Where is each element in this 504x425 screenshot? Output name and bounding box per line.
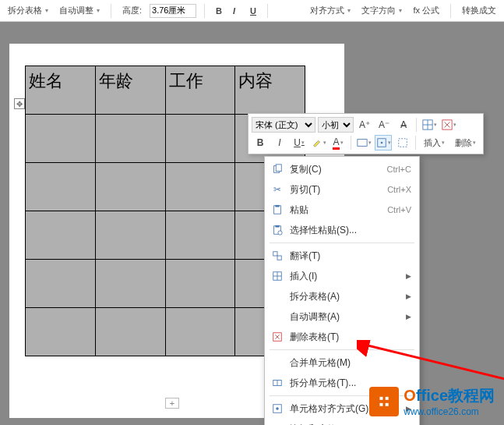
svg-point-28 — [276, 407, 279, 410]
ctx-separator — [270, 243, 414, 243]
table-header-cell[interactable]: 姓名 — [26, 66, 96, 115]
ribbon-toolbar: 拆分表格 自动调整 高度: B I U 对齐方式 文字方向 fx 公式 转换成文 — [0, 0, 504, 22]
align-cells-icon[interactable] — [375, 135, 392, 151]
table-row — [26, 260, 305, 308]
formula-ribbon[interactable]: fx 公式 — [410, 3, 442, 18]
translate-icon — [270, 250, 285, 261]
split-table-ribbon[interactable]: 拆分表格 — [5, 3, 51, 18]
table-move-handle[interactable]: ✥ — [14, 98, 25, 109]
shrink-font-button[interactable]: A⁻ — [375, 117, 393, 133]
insert-icon — [270, 271, 285, 282]
copy-icon — [270, 164, 285, 175]
svg-point-8 — [380, 142, 382, 144]
italic-button[interactable]: I — [230, 5, 242, 17]
insert-mini-button[interactable]: 插入 — [420, 135, 449, 151]
svg-rect-18 — [277, 256, 281, 260]
paste-special-icon — [270, 225, 285, 236]
svg-rect-6 — [357, 140, 366, 147]
document-canvas: ✥ 姓名 年龄 工作 内容 + — [0, 22, 504, 425]
ctx-merge-cells[interactable]: 合并单元格(M) — [265, 352, 419, 373]
paste-icon — [270, 204, 285, 215]
svg-rect-17 — [273, 252, 277, 256]
align-ribbon[interactable]: 对齐方式 — [307, 3, 354, 18]
borders-icon[interactable] — [394, 135, 411, 151]
mini-toolbar: 宋体 (正文) 小初 A⁺ A⁻ A̶ B I U A 插入 删除 — [248, 113, 484, 154]
logo-url: www.office26.com — [404, 406, 495, 417]
font-color-icon[interactable]: A — [330, 135, 347, 151]
site-logo: ■ ■ ■ ■ Office教程网 www.office26.com — [369, 385, 495, 417]
ctx-paste-special[interactable]: 选择性粘贴(S)... — [265, 220, 419, 240]
auto-adjust-ribbon[interactable]: 自动调整 — [56, 3, 103, 18]
italic-mini-button[interactable]: I — [271, 135, 288, 151]
bold-mini-button[interactable]: B — [252, 135, 269, 151]
chevron-right-icon: ▶ — [406, 292, 411, 300]
delete-mini-button[interactable]: 删除 — [451, 135, 480, 151]
table-header-cell[interactable]: 工作 — [165, 66, 235, 115]
font-size-select[interactable]: 小初 — [318, 117, 354, 133]
table-header-cell[interactable]: 内容 — [235, 66, 305, 115]
font-select[interactable]: 宋体 (正文) — [252, 117, 315, 133]
height-label: 高度: — [119, 3, 145, 18]
table-row: 姓名 年龄 工作 内容 — [26, 66, 305, 115]
table-row — [26, 163, 305, 211]
table-row — [26, 211, 305, 260]
delete-table-icon[interactable] — [440, 117, 457, 133]
table-header-cell[interactable]: 年龄 — [95, 66, 165, 115]
highlight-icon[interactable] — [310, 135, 327, 151]
svg-rect-9 — [399, 139, 407, 147]
ctx-delete-table[interactable]: 删除表格(T) — [265, 327, 419, 347]
ctx-separator — [270, 349, 414, 350]
logo-icon: ■ ■ ■ ■ — [369, 387, 399, 416]
chevron-right-icon: ▶ — [406, 272, 411, 280]
table-row — [26, 308, 305, 356]
ctx-insert[interactable]: 插入(I) ▶ — [265, 266, 419, 286]
cut-icon: ✂ — [270, 184, 285, 195]
convert-ribbon[interactable]: 转换成文 — [459, 3, 499, 18]
text-direction-ribbon[interactable]: 文字方向 — [358, 3, 405, 18]
chevron-right-icon: ▶ — [406, 313, 411, 321]
merge-cells-icon[interactable] — [355, 135, 372, 151]
height-input[interactable] — [150, 4, 196, 18]
svg-rect-15 — [275, 225, 279, 228]
ctx-cut[interactable]: ✂ 剪切(T) Ctrl+X — [265, 179, 419, 200]
add-row-button[interactable]: + — [165, 398, 179, 409]
delete-table-icon — [270, 331, 285, 342]
ctx-borders[interactable]: 边框和底纹(B)... — [265, 419, 419, 425]
ctx-paste[interactable]: 粘贴 Ctrl+V — [265, 200, 419, 220]
split-cells-icon — [270, 377, 285, 388]
underline-mini-button[interactable]: U — [291, 135, 308, 151]
cell-align-icon — [270, 403, 285, 414]
grow-font-button[interactable]: A⁺ — [356, 117, 373, 133]
clear-format-icon[interactable]: A̶ — [395, 117, 412, 133]
ctx-auto-fit[interactable]: 自动调整(A) ▶ — [265, 306, 419, 327]
svg-rect-13 — [275, 205, 279, 207]
svg-point-16 — [278, 231, 282, 235]
svg-rect-11 — [276, 165, 281, 172]
ctx-translate[interactable]: 翻译(T) — [265, 246, 419, 266]
ctx-split-table[interactable]: 拆分表格(A) ▶ — [265, 286, 419, 306]
bold-button[interactable]: B — [213, 5, 225, 17]
content-table[interactable]: 姓名 年龄 工作 内容 — [25, 66, 305, 356]
ctx-copy[interactable]: 复制(C) Ctrl+C — [265, 159, 419, 179]
insert-table-icon[interactable] — [421, 117, 438, 133]
logo-title: Office教程网 — [404, 385, 495, 406]
underline-button[interactable]: U — [247, 5, 259, 17]
